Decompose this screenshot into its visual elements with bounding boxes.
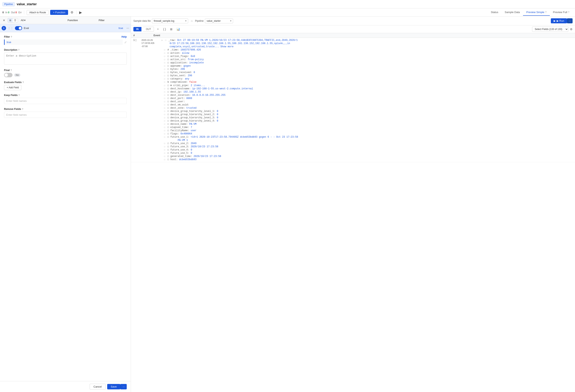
fields-select[interactable]: Select Fields (133 of 133) [532, 26, 568, 32]
main-layout: ✕ ⊞ ☰ All ▾ Function Filter 1 ⋮⋮ Eval tr… [0, 17, 575, 392]
tab-sample-data[interactable]: Sample Data [502, 9, 523, 16]
code-icon-button[interactable]: { } [162, 27, 167, 31]
description-input[interactable] [4, 52, 127, 65]
count-out: Out 0 [11, 11, 17, 14]
pipeline-select-label: Pipeline [195, 20, 204, 22]
eval-form: Filter ? Help ⤢ Description ? [0, 32, 131, 381]
keep-fields-section: Keep Fields ? [4, 94, 127, 104]
right-top-bar: Sample data file firewall_sample.log ▾ →… [131, 17, 575, 25]
right-tabs: Status Sample Data Preview Simple ? Prev… [488, 9, 573, 16]
remove-fields-input[interactable] [4, 112, 127, 118]
top-bar: Pipeline value_starter [0, 0, 575, 8]
enable-toggle[interactable] [15, 26, 22, 30]
event-number: 1 [133, 39, 135, 42]
sample-file-label: Sample data file [133, 20, 151, 22]
tab-status[interactable]: Status [488, 9, 502, 16]
final-row: No [4, 73, 127, 77]
filter-help-icon: ? [11, 36, 12, 38]
sample-file-select[interactable]: firewall_sample.log ▾ [152, 19, 188, 23]
form-actions: Cancel Save ··· [0, 381, 131, 392]
filter-input[interactable] [4, 40, 123, 45]
pipeline-toolbar: ✕ ⊞ ☰ All ▾ Function Filter [0, 17, 131, 24]
sample-file-section: Sample data file firewall_sample.log ▾ [133, 19, 188, 23]
event-timestamp: 2020-10-26 17:19:59.426 -07:00 [142, 39, 162, 48]
keep-fields-label: Keep Fields [4, 94, 18, 97]
list-view-button[interactable]: ☰ [13, 18, 18, 22]
keep-fields-input[interactable] [4, 98, 127, 104]
save-button[interactable]: Save [107, 384, 120, 389]
divider [24, 10, 24, 15]
evaluate-fields-label: Evaluate Fields [4, 81, 22, 84]
filter-label: Filter [4, 35, 10, 38]
gear-icon[interactable]: ⚙ [70, 10, 74, 15]
description-help-icon: ? [18, 49, 20, 51]
in-out-bar: IN OUT ⚬ { } ⊞ 📊 Select Fields (133 of 1… [131, 25, 575, 33]
expand-arrow-icon[interactable]: ▷ [162, 39, 163, 42]
row-function-name: Eval [24, 26, 117, 30]
tab-preview-simple[interactable]: Preview Simple ? [523, 9, 550, 16]
events-area[interactable]: # Event 1 ▲▼ 2020-10-26 17:19:59.426 -07… [131, 33, 575, 392]
divider2 [76, 10, 77, 15]
expand-icon[interactable]: ⤢ [124, 41, 127, 44]
run-more-button[interactable]: ··· [567, 18, 573, 23]
table-icon-button[interactable]: ⊞ [169, 27, 174, 31]
preview-full-help-icon: ? [568, 11, 569, 14]
save-group: Save ··· [107, 384, 127, 389]
table-row: 1 ▲▼ 2020-10-26 17:19:59.426 -07:00 ▷ □ … [131, 38, 575, 162]
remove-fields-section: Remove Fields ? [4, 108, 127, 118]
description-label: Description [4, 48, 17, 51]
tab-preview-full[interactable]: Preview Full ? [550, 9, 573, 16]
row-filter-value: true [119, 26, 123, 30]
all-dropdown[interactable]: All ▾ [20, 18, 27, 22]
event-content: ▷ □ _raw: Oct 27 00:19:59 PA-VM 1,2020/1… [162, 39, 573, 161]
preview-simple-help-icon: ? [545, 11, 547, 14]
show-more-link[interactable]: Show more [220, 45, 234, 48]
description-section: Description ? [4, 48, 127, 65]
remove-fields-help-icon: ? [22, 108, 23, 110]
pipeline-section: Pipeline value_starter ▾ [195, 19, 233, 23]
pipeline-select[interactable]: value_starter ▾ [205, 19, 233, 23]
pipeline-badge[interactable]: Pipeline [2, 2, 15, 6]
count-in: In 0 [5, 11, 9, 14]
second-bar: 0 In 0 Out 0 Err Attach to Route + Funct… [0, 8, 575, 17]
grid-view-button[interactable]: ⊞ [8, 18, 13, 22]
field-square-icon: □ [165, 39, 166, 42]
right-panel: Sample data file firewall_sample.log ▾ →… [131, 17, 575, 392]
field-icon-time: □ [164, 49, 165, 51]
pipeline-chevron-icon: ▾ [230, 20, 231, 22]
row-menu-button[interactable]: ··· [126, 26, 129, 30]
in-button[interactable]: IN [133, 27, 142, 31]
final-help-icon: ? [10, 69, 12, 71]
col-function-header: Function [68, 19, 97, 22]
cancel-button[interactable]: Cancel [90, 384, 105, 390]
attach-route-button[interactable]: Attach to Route [26, 10, 48, 15]
header-num: # [133, 34, 142, 37]
collapse-button[interactable]: ✕ [2, 18, 6, 22]
function-button[interactable]: + Function [50, 10, 68, 15]
run-button[interactable]: ▶ ▶ Run [551, 18, 567, 23]
out-button[interactable]: OUT [143, 27, 154, 32]
drag-handle-icon: ⋮⋮ [8, 26, 13, 30]
final-toggle[interactable] [4, 73, 12, 77]
count-0: 0 [2, 11, 4, 14]
stepper-arrows[interactable]: ▲▼ [135, 39, 137, 42]
panel-settings-icon[interactable]: ⚙ [570, 28, 573, 31]
save-more-button[interactable]: ··· [120, 384, 127, 389]
keep-fields-help-icon: ? [18, 94, 20, 96]
run-arrow-icon[interactable]: ▶ [79, 10, 82, 15]
transfer-icon: → [190, 19, 193, 22]
final-label: Final [4, 69, 10, 72]
pipeline-row[interactable]: 1 ⋮⋮ Eval true ··· [0, 24, 131, 32]
evaluate-fields-section: Evaluate Fields ? + Add Field [4, 81, 127, 90]
header-event: Event [153, 34, 573, 37]
chart-icon-button[interactable]: 📊 [175, 27, 181, 31]
page-title: value_starter [17, 2, 37, 6]
filter-icon-button[interactable]: ⚬ [156, 27, 160, 31]
run-play-icon: ▶ [554, 19, 556, 22]
remove-fields-label: Remove Fields [4, 108, 21, 110]
help-link[interactable]: Help [121, 35, 127, 38]
view-toggle: ⊞ ☰ [8, 18, 18, 22]
add-field-button[interactable]: + Add Field [4, 85, 21, 90]
filter-row: ⤢ [4, 40, 127, 45]
chevron-down-icon: ▾ [24, 19, 25, 22]
